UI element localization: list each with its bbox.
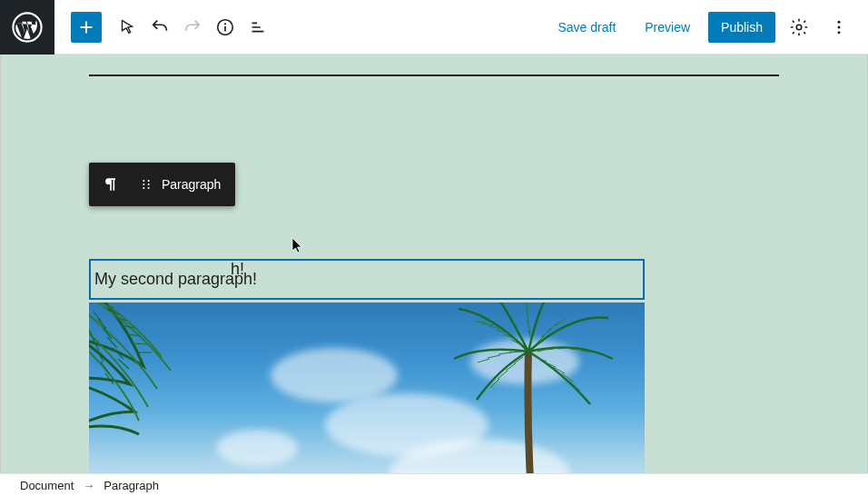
wordpress-logo[interactable] bbox=[0, 0, 54, 55]
svg-point-12 bbox=[148, 187, 150, 189]
block-type-label: Paragraph bbox=[160, 177, 235, 192]
app-root: Save draft Preview Publish P bbox=[0, 0, 868, 496]
svg-point-11 bbox=[143, 187, 144, 189]
breadcrumb-bar: Document → Paragraph bbox=[0, 473, 868, 496]
drag-handle[interactable] bbox=[133, 163, 160, 206]
undo-icon bbox=[150, 17, 170, 37]
gear-icon bbox=[789, 17, 809, 37]
left-tool-group bbox=[54, 11, 274, 44]
svg-point-4 bbox=[838, 20, 841, 23]
palm-tree-right bbox=[454, 303, 617, 473]
breadcrumb-current[interactable]: Paragraph bbox=[104, 479, 159, 492]
block-type-button[interactable] bbox=[89, 163, 133, 206]
save-draft-button[interactable]: Save draft bbox=[547, 13, 626, 42]
redo-icon bbox=[182, 17, 202, 37]
plus-icon bbox=[76, 17, 96, 37]
undo-button[interactable] bbox=[143, 11, 176, 44]
preview-button[interactable]: Preview bbox=[634, 13, 701, 42]
details-button[interactable] bbox=[209, 11, 242, 44]
title-block[interactable] bbox=[89, 55, 779, 76]
breadcrumb-root[interactable]: Document bbox=[20, 479, 74, 492]
drag-icon bbox=[139, 177, 153, 192]
select-tool-button[interactable] bbox=[111, 11, 143, 44]
add-block-button[interactable] bbox=[71, 12, 102, 43]
paragraph-2-text: My second paragraph! bbox=[94, 270, 257, 288]
content-column: Paragraph h! My second paragraph! bbox=[89, 55, 779, 76]
publish-button[interactable]: Publish bbox=[708, 12, 775, 43]
wordpress-icon bbox=[12, 12, 43, 43]
image-block[interactable] bbox=[89, 303, 645, 473]
paragraph-block-2[interactable]: My second paragraph! bbox=[89, 259, 645, 300]
cursor-icon bbox=[117, 17, 137, 37]
svg-point-9 bbox=[143, 184, 144, 185]
svg-point-6 bbox=[838, 31, 841, 34]
editor-canvas[interactable]: Paragraph h! My second paragraph! bbox=[0, 55, 868, 473]
svg-point-7 bbox=[143, 180, 144, 182]
pilcrow-icon bbox=[102, 175, 120, 193]
settings-button[interactable] bbox=[783, 11, 815, 44]
palm-tree-left bbox=[89, 303, 252, 473]
list-icon bbox=[248, 17, 268, 37]
more-options-button[interactable] bbox=[823, 11, 855, 44]
svg-point-8 bbox=[148, 180, 150, 182]
block-toolbar: Paragraph bbox=[89, 163, 235, 206]
svg-point-3 bbox=[796, 25, 802, 30]
right-tool-group: Save draft Preview Publish bbox=[547, 11, 868, 44]
mouse-cursor-icon bbox=[291, 237, 304, 253]
svg-point-2 bbox=[224, 23, 226, 25]
svg-point-10 bbox=[148, 184, 150, 185]
redo-button[interactable] bbox=[176, 11, 209, 44]
outline-button[interactable] bbox=[242, 11, 274, 44]
svg-point-5 bbox=[838, 25, 841, 28]
kebab-icon bbox=[830, 18, 848, 36]
breadcrumb-arrow-icon: → bbox=[83, 479, 94, 492]
info-icon bbox=[215, 17, 235, 37]
top-toolbar: Save draft Preview Publish bbox=[0, 0, 868, 55]
